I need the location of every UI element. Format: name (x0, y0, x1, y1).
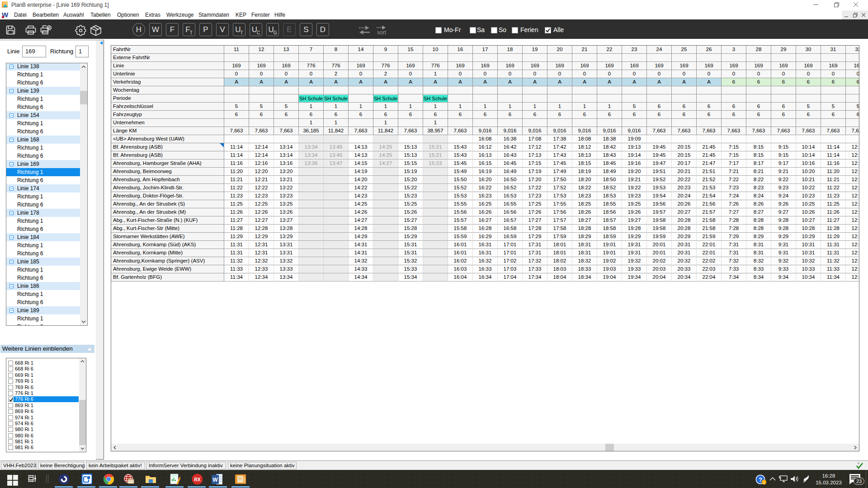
svg-text:W: W (212, 477, 218, 483)
svg-text:23: 23 (856, 479, 862, 484)
svg-text:i: i (764, 480, 765, 485)
svg-text:RX: RX (194, 477, 201, 482)
